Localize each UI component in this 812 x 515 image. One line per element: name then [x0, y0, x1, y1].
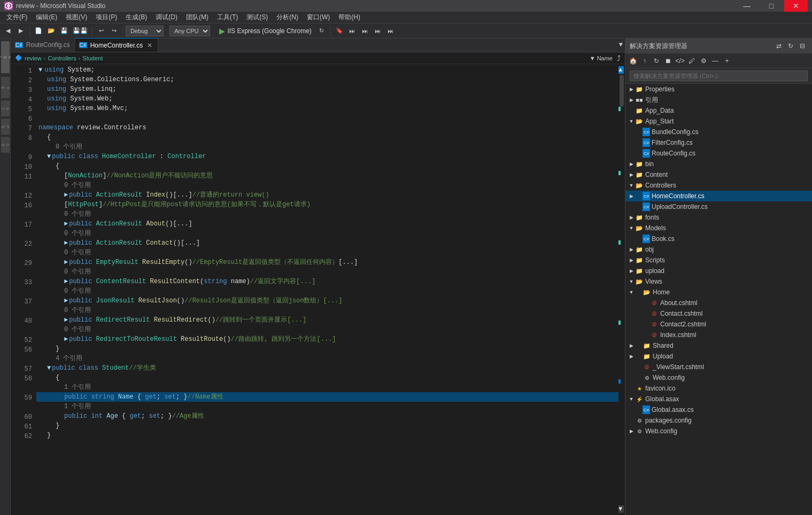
tree-item-globalasaxcs[interactable]: C# Global.asax.cs [625, 404, 812, 415]
tree-item-book[interactable]: C# Book.cs [625, 233, 812, 244]
expand-22[interactable]: ► [64, 238, 68, 248]
activity-item-3[interactable]: GT [1, 100, 10, 116]
tab-homecontroller-close[interactable]: ✕ [146, 42, 153, 49]
activity-item-4[interactable]: PR [1, 119, 10, 135]
expand-37[interactable]: ► [64, 296, 68, 306]
collapse-1[interactable]: ▼ [38, 65, 42, 75]
tree-item-scripts[interactable]: ▶ 📁 Scripts [625, 255, 812, 266]
bookmark-button[interactable]: 🔖 [334, 25, 345, 37]
code-content[interactable]: ▼ using System; using System.Collections… [36, 64, 618, 515]
tree-item-index[interactable]: @ Index.cshtml [625, 330, 812, 340]
tree-item-content[interactable]: ▶ 📁 Content [625, 169, 812, 180]
member-selector[interactable]: ▼ Name [590, 55, 613, 61]
close-button[interactable]: ✕ [784, 0, 808, 12]
tree-item-viewstart[interactable]: @ _ViewStart.cshtml [625, 362, 812, 372]
tree-item-models[interactable]: ▼ 📂 Models [625, 223, 812, 233]
activity-item-2[interactable]: TE [1, 77, 10, 98]
tree-item-ref[interactable]: ▶ ■■ 引用 [625, 95, 812, 105]
se-tb-home[interactable]: 🏠 [628, 56, 638, 66]
undo-button[interactable]: ↩ [95, 25, 107, 37]
scroll-thumb[interactable] [620, 75, 624, 107]
tree-item-filterconfig[interactable]: C# FilterConfig.cs [625, 137, 812, 148]
menu-edit[interactable]: 编辑(E) [32, 12, 61, 24]
expand-12[interactable]: ► [64, 190, 68, 200]
expand-52[interactable]: ► [64, 334, 68, 344]
breadcrumb-namespace[interactable]: Controllers [48, 55, 76, 61]
tree-item-globalasax[interactable]: ▼ ⚡ Global.asax [625, 394, 812, 404]
tree-item-upload-folder[interactable]: ▶ 📁 upload [625, 266, 812, 276]
tree-item-bin[interactable]: ▶ 📁 bin [625, 159, 812, 169]
expand-48[interactable]: ► [64, 315, 68, 325]
open-file-button[interactable]: 📂 [45, 25, 57, 37]
forward-button[interactable]: ▶ [15, 25, 27, 37]
tree-item-webconfig-views[interactable]: ⚙ Web.config [625, 372, 812, 383]
se-tb-filter[interactable]: ⚙ [698, 56, 709, 66]
refresh-button[interactable]: ↻ [316, 25, 328, 37]
tree-item-appstart[interactable]: ▼ 📂 App_Start [625, 116, 812, 127]
expand-29[interactable]: ► [64, 258, 68, 267]
vertical-scrollbar[interactable]: ▲ ▼ [618, 64, 625, 515]
window-controls[interactable]: — □ ✕ [735, 0, 808, 12]
activity-item-5[interactable]: CS [1, 137, 10, 153]
debug-nav-3[interactable]: ⏭ [372, 25, 384, 37]
expand-33[interactable]: ► [64, 277, 68, 286]
se-tb-refresh2[interactable]: ↻ [651, 56, 662, 66]
tree-item-contact2[interactable]: @ Contact2.cshtml [625, 319, 812, 330]
tree-item-fonts[interactable]: ▶ 📁 fonts [625, 212, 812, 223]
breadcrumb-project[interactable]: review [25, 55, 42, 61]
expand-57[interactable]: ▼ [47, 363, 51, 373]
collapse-9[interactable]: ▼ [47, 152, 51, 161]
se-tb-minus[interactable]: — [710, 56, 721, 66]
menu-view[interactable]: 视图(V) [61, 12, 91, 24]
scroll-up-btn[interactable]: ▲ [618, 66, 624, 74]
se-tb-plus[interactable]: + [722, 56, 732, 66]
se-tb-stop[interactable]: ⏹ [663, 56, 674, 66]
code-lens-icon[interactable]: ⤴ [617, 54, 621, 63]
menu-project[interactable]: 项目(P) [91, 12, 121, 24]
tree-item-about[interactable]: @ About.cshtml [625, 298, 812, 308]
se-refresh-btn[interactable]: ↻ [785, 41, 796, 51]
tree-item-webconfig-root[interactable]: ▶ ⚙ Web.config [625, 426, 812, 436]
redo-button[interactable]: ↪ [108, 25, 120, 37]
config-selector[interactable]: Debug Release [126, 26, 164, 36]
platform-selector[interactable]: Any CPU [169, 26, 210, 36]
tab-scroll-arrow[interactable]: ▼ [617, 38, 625, 52]
tree-item-shared[interactable]: ▶ 📁 Shared [625, 340, 812, 351]
menu-file[interactable]: 文件(F) [2, 12, 32, 24]
menu-debug[interactable]: 调试(D) [151, 12, 182, 24]
back-button[interactable]: ◀ [2, 25, 14, 37]
new-file-button[interactable]: 📄 [33, 25, 44, 37]
tree-item-controllers[interactable]: ▼ 📂 Controllers [625, 180, 812, 191]
menu-help[interactable]: 帮助(H) [334, 12, 365, 24]
menu-test[interactable]: 测试(S) [242, 12, 272, 24]
se-sync-btn[interactable]: ⇄ [774, 41, 784, 51]
tab-homecontroller[interactable]: C# HomeController.cs ✕ [75, 38, 159, 52]
menu-team[interactable]: 团队(M) [182, 12, 213, 24]
activity-item-1[interactable]: SOL [1, 41, 10, 73]
save-all-button[interactable]: 💾💾 [71, 25, 89, 37]
tree-item-views-home[interactable]: ▼ 📂 Home [625, 287, 812, 298]
se-tb-designer[interactable]: 🖊 [686, 56, 697, 66]
debug-nav-1[interactable]: ⏭ [346, 25, 358, 37]
menu-window[interactable]: 窗口(W) [303, 12, 334, 24]
tree-item-upload-view[interactable]: ▶ 📁 Upload [625, 351, 812, 362]
menu-analyze[interactable]: 分析(N) [272, 12, 303, 24]
tree-item-obj[interactable]: ▶ 📁 obj [625, 244, 812, 255]
tree-item-packages[interactable]: ⚙ packages.config [625, 415, 812, 426]
tree-item-favicon[interactable]: ★ favicon.ico [625, 383, 812, 394]
tree-item-contact[interactable]: @ Contact.cshtml [625, 308, 812, 319]
se-tb-code-view[interactable]: </> [675, 56, 685, 66]
menu-build[interactable]: 生成(B) [121, 12, 151, 24]
expand-17[interactable]: ► [64, 219, 68, 229]
minimize-button[interactable]: — [735, 0, 759, 12]
tree-item-homecontroller[interactable]: ▶ C# HomeController.cs [625, 191, 812, 201]
breadcrumb-class[interactable]: Student [82, 55, 103, 61]
menu-tools[interactable]: 工具(T) [213, 12, 242, 24]
tree-item-bundleconfig[interactable]: C# BundleConfig.cs [625, 127, 812, 137]
debug-nav-2[interactable]: ⏭ [359, 25, 371, 37]
tree-item-properties[interactable]: ▶ 📁 Properties [625, 84, 812, 95]
save-button[interactable]: 💾 [58, 25, 70, 37]
se-collapse-btn[interactable]: ⊟ [797, 41, 808, 51]
maximize-button[interactable]: □ [760, 0, 783, 12]
scroll-down-btn[interactable]: ▼ [618, 505, 624, 513]
